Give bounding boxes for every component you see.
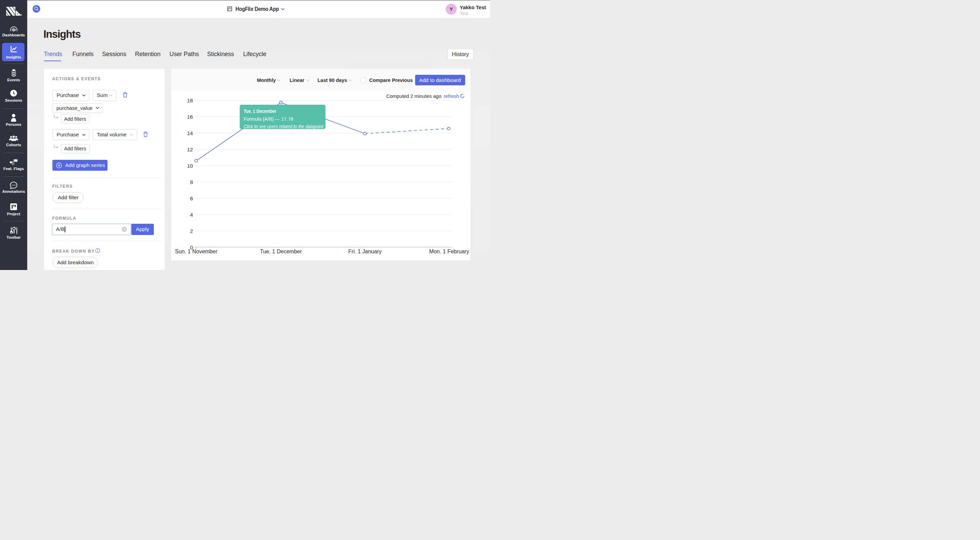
svg-text:16: 16 <box>187 114 193 120</box>
svg-text:18: 18 <box>187 98 193 103</box>
svg-text:Formula (A/B) — 17.78: Formula (A/B) — 17.78 <box>243 116 293 122</box>
svg-text:8: 8 <box>190 179 193 185</box>
svg-text:6: 6 <box>190 195 193 201</box>
svg-text:12: 12 <box>187 146 193 152</box>
svg-text:14: 14 <box>187 130 193 136</box>
svg-text:Click to see users related to: Click to see users related to the datapo… <box>243 124 324 129</box>
svg-text:Sun. 1 November: Sun. 1 November <box>175 249 218 254</box>
svg-text:Mon. 1 February: Mon. 1 February <box>429 249 469 254</box>
svg-text:Tue. 1 December: Tue. 1 December <box>243 108 276 114</box>
svg-text:Fri. 1 January: Fri. 1 January <box>348 249 382 254</box>
svg-text:2: 2 <box>190 228 193 234</box>
svg-text:10: 10 <box>187 163 193 169</box>
svg-text:4: 4 <box>190 212 193 218</box>
svg-text:Tue. 1 December: Tue. 1 December <box>260 249 302 254</box>
